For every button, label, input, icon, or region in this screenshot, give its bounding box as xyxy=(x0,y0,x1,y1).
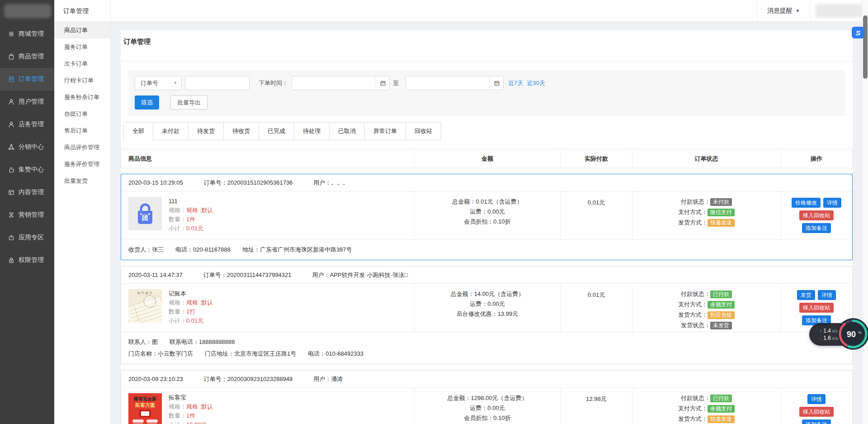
sidebar-item-label: 集赞中心 xyxy=(19,166,44,174)
status-line: 发货状态：未发货 xyxy=(632,320,780,330)
column-header: 实际付款 xyxy=(560,149,632,168)
sidebar-item-goods[interactable]: 商品管理 xyxy=(0,45,54,68)
sidebar-item-content[interactable]: 内容管理 xyxy=(0,181,54,204)
download-value: 1.6 xyxy=(823,335,831,341)
order-admin-screen: 商城管理商品管理订单管理用户管理店务管理分销中心集赞中心内容管理营销管理应用专区… xyxy=(0,0,868,424)
date-from-input[interactable] xyxy=(292,76,376,90)
status-badge: 已付款 xyxy=(710,395,732,402)
status-cell: 付款状态：已付款支付方式：余额支付发货方式：快递发送发货状态：已发货 xyxy=(632,388,780,424)
submenu-item[interactable]: 疗程卡订单 xyxy=(54,72,110,89)
status-cell: 付款状态：未付款支付方式：微信支付发货方式：快递发送 xyxy=(632,191,780,239)
product-image[interactable]: 爆客宝全新拓客方案 xyxy=(128,393,162,424)
submenu-item[interactable]: 次卡订单 xyxy=(54,55,110,72)
order-number: 订单号：20200315102905361736 xyxy=(204,179,293,187)
status-line: 支付方式：微信支付 xyxy=(632,207,780,217)
sidebar-item-distribution[interactable]: 分销中心 xyxy=(0,136,54,158)
sidebar-item-shop-affairs[interactable]: 店务管理 xyxy=(0,113,54,136)
order-user: 用户：。。。 xyxy=(313,179,349,187)
page-title: 订单管理 xyxy=(123,36,853,47)
paid-amount: 0.01元 xyxy=(588,291,605,298)
quick-range-link[interactable]: 近7天 xyxy=(508,79,523,87)
filter-panel: 订单号 ▼ 下单时间： 至 xyxy=(128,70,845,116)
order-management-card: 订单管理 订单号 ▼ 下单时间： 至 xyxy=(121,30,853,424)
footer-line: 联系人：图 联系电话：18888888888 xyxy=(128,336,845,348)
status-badge: 余额支付 xyxy=(708,301,735,309)
action-button-添加备注[interactable]: 添加备注 xyxy=(802,223,831,233)
sidebar-item-likes[interactable]: 集赞中心 xyxy=(0,158,54,181)
tab-全部[interactable]: 全部 xyxy=(123,122,153,140)
column-header: 商品信息 xyxy=(121,149,414,168)
tab-已取消[interactable]: 已取消 xyxy=(329,122,365,140)
product-image[interactable]: 细节展示 xyxy=(128,289,162,323)
tab-异常订单[interactable]: 异常订单 xyxy=(364,122,406,140)
filter-submit-button[interactable]: 筛选 xyxy=(135,95,159,110)
sidebar-item-marketing[interactable]: 营销管理 xyxy=(0,204,54,226)
scrollbar-thumb[interactable] xyxy=(863,15,868,79)
tab-已完成[interactable]: 已完成 xyxy=(259,122,294,140)
submenu-item[interactable]: 服务秒杀订单 xyxy=(54,89,110,105)
user-icon xyxy=(8,121,15,128)
sidebar-item-mall[interactable]: 商城管理 xyxy=(0,23,54,45)
arrow-down-icon: ↓ xyxy=(820,335,822,341)
order-footer: 收货人：张三 电话：020-81167888 地址：广东省广州市海珠区新港中路3… xyxy=(121,239,852,260)
action-button-价格修改[interactable]: 价格修改 xyxy=(792,198,821,208)
amount-line: 运费：0.00元 xyxy=(415,299,560,309)
amount-line: 运费：0.00元 xyxy=(415,207,560,217)
action-button-详情[interactable]: 详情 xyxy=(818,290,836,300)
submenu-item[interactable]: 自提订单 xyxy=(54,105,110,122)
tab-待处理[interactable]: 待处理 xyxy=(294,122,330,140)
product-attr: 数量：1件 xyxy=(169,411,213,420)
order-datetime: 2020-03-09 23:10:23 xyxy=(128,376,183,382)
submenu-item[interactable]: 售后订单 xyxy=(54,122,110,139)
tab-回收站[interactable]: 回收站 xyxy=(406,122,441,140)
paid-cell: 0.01元 xyxy=(560,284,632,332)
sidebar-item-users[interactable]: 用户管理 xyxy=(0,91,54,113)
submenu-item[interactable]: 批量发货 xyxy=(54,172,110,189)
search-type-select[interactable]: 订单号 ▼ xyxy=(135,76,182,90)
search-keyword-input[interactable] xyxy=(185,76,250,90)
date-to-input[interactable] xyxy=(406,76,490,90)
memory-gauge[interactable]: 90 % xyxy=(837,318,868,350)
product-attr: 规格：规格 :默认 xyxy=(169,298,213,307)
scrollbar[interactable] xyxy=(862,0,868,424)
product-name: 拓客宝 xyxy=(169,393,213,402)
product-image[interactable]: 团 xyxy=(128,197,162,230)
submenu-item[interactable]: 商品订单 xyxy=(54,22,110,38)
tab-待发货[interactable]: 待发货 xyxy=(188,122,224,140)
calendar-icon[interactable] xyxy=(376,76,389,90)
action-button-发货[interactable]: 发货 xyxy=(797,290,815,300)
sidebar-item-permissions[interactable]: 权限管理 xyxy=(0,249,54,272)
product-attr: 小计：0.01元 xyxy=(169,316,213,325)
sidebar-item-orders[interactable]: 订单管理 xyxy=(0,68,54,91)
amount-line: 会员折扣：0.10折 xyxy=(415,413,560,423)
calendar-icon[interactable] xyxy=(490,76,503,90)
extension-s-icon[interactable]: S xyxy=(852,27,864,38)
submenu-item[interactable]: 服务订单 xyxy=(54,38,110,55)
thumb-icon xyxy=(8,166,15,173)
status-badge: 未付款 xyxy=(710,198,732,206)
tab-待收货[interactable]: 待收货 xyxy=(223,122,259,140)
action-button-添加备注[interactable]: 添加备注 xyxy=(802,419,831,424)
sidebar-item-label: 内容管理 xyxy=(19,188,44,196)
batch-export-button[interactable]: 批量导出 xyxy=(170,95,208,110)
action-button-移入回收站[interactable]: 移入回收站 xyxy=(799,210,834,220)
status-line: 付款状态：已付款 xyxy=(632,393,780,403)
order-number: 订单号：20200309231023288948 xyxy=(204,375,293,383)
action-button-详情[interactable]: 详情 xyxy=(823,198,841,208)
account-area-blurred[interactable] xyxy=(816,4,863,18)
message-dropdown[interactable]: 消息提醒 ▼ xyxy=(757,0,810,21)
action-button-详情[interactable]: 详情 xyxy=(807,394,826,404)
sidebar-item-apps[interactable]: 应用专区 xyxy=(0,226,54,249)
status-badge: 余额支付 xyxy=(708,405,735,413)
action-button-移入回收站[interactable]: 移入回收站 xyxy=(799,407,834,417)
action-button-移入回收站[interactable]: 移入回收站 xyxy=(799,303,834,313)
svg-text:细节展示: 细节展示 xyxy=(137,291,153,295)
amount-line: 总金额：14.00元（含运费） xyxy=(415,289,560,299)
tab-未付款[interactable]: 未付款 xyxy=(153,122,189,140)
quick-range-link[interactable]: 近30天 xyxy=(527,79,545,87)
sidebar-item-label: 店务管理 xyxy=(19,120,44,129)
submenu-item[interactable]: 商品评价管理 xyxy=(54,139,110,156)
column-header: 金额 xyxy=(414,149,560,168)
submenu-item[interactable]: 服务评价管理 xyxy=(54,156,110,172)
search-type-value: 订单号 xyxy=(141,79,158,87)
